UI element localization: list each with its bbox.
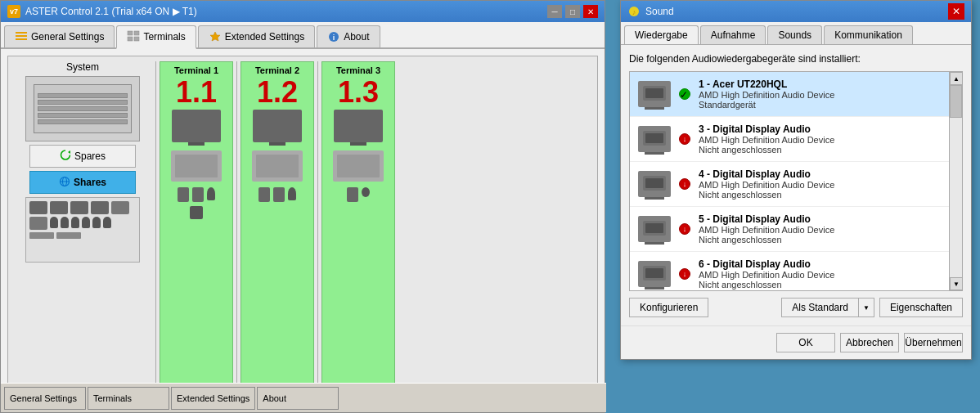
server-drive-5 bbox=[38, 119, 128, 124]
sound-window: ♪ Sound ✕ Wiedergabe Aufnahme Sounds Kom… bbox=[620, 0, 972, 360]
terminal-2-title: Terminal 2 bbox=[255, 65, 299, 75]
terminal-1-number: 1.1 bbox=[176, 78, 217, 107]
status-dot-4: ↓ bbox=[679, 223, 690, 235]
abbrechen-button[interactable]: Abbrechen bbox=[840, 333, 899, 352]
device-info-1: 1 - Acer UT220HQL AMD High Definition Au… bbox=[699, 79, 954, 110]
audio-device-2[interactable]: ↓ 3 - Digital Display Audio AMD High Def… bbox=[630, 117, 962, 162]
tab-sounds[interactable]: Sounds bbox=[767, 25, 822, 44]
system-image bbox=[25, 76, 140, 141]
scrollbar[interactable]: ▲ ▼ bbox=[949, 72, 962, 290]
system-devices bbox=[25, 197, 140, 263]
terminal-1-devices bbox=[178, 187, 215, 202]
device-icon-8 bbox=[61, 217, 69, 228]
audio-device-list[interactable]: ✓ 1 - Acer UT220HQL AMD High Definition … bbox=[629, 71, 963, 291]
als-standard-dropdown[interactable]: ▼ bbox=[858, 298, 874, 317]
tab-wiedergabe[interactable]: Wiedergabe bbox=[624, 25, 699, 44]
tab-extended-settings[interactable]: Extended Settings bbox=[198, 25, 315, 47]
taskbar-label-4: About bbox=[263, 393, 286, 403]
info-icon: i bbox=[327, 30, 340, 43]
sound-window-controls: ✕ bbox=[948, 3, 964, 20]
tab-general-settings-label: General Settings bbox=[31, 31, 104, 43]
audio-device-1[interactable]: ✓ 1 - Acer UT220HQL AMD High Definition … bbox=[630, 72, 962, 117]
tab-terminals[interactable]: Terminals bbox=[116, 25, 196, 49]
device-icon-1 bbox=[29, 201, 47, 214]
device-icon-3 bbox=[70, 201, 88, 214]
server-drive-1 bbox=[38, 93, 128, 98]
ok-button[interactable]: OK bbox=[776, 333, 835, 352]
terminal-3-title: Terminal 3 bbox=[336, 65, 380, 75]
configure-button[interactable]: Konfigurieren bbox=[629, 298, 708, 317]
aster-window-controls: ─ □ ✕ bbox=[547, 5, 598, 18]
device-name-4: 5 - Digital Display Audio bbox=[699, 213, 954, 225]
device-icon-5 bbox=[111, 201, 129, 214]
terminal-3-number: 1.3 bbox=[338, 78, 379, 107]
terminal-1-title: Terminal 1 bbox=[174, 65, 218, 75]
terminal-panel-1: Terminal 1 1.1 bbox=[160, 61, 233, 400]
svg-rect-6 bbox=[134, 37, 139, 41]
device-info-3: 4 - Digital Display Audio AMD High Defin… bbox=[699, 168, 954, 200]
server-drive-4 bbox=[38, 113, 128, 118]
tab-general-settings[interactable]: General Settings bbox=[4, 25, 115, 47]
eigenschaften-button[interactable]: Eigenschaften bbox=[879, 298, 963, 317]
sound-footer: OK Abbrechen Übernehmen bbox=[621, 325, 971, 359]
scroll-up-button[interactable]: ▲ bbox=[950, 72, 963, 85]
scroll-thumb[interactable] bbox=[950, 85, 962, 118]
shares-button[interactable]: Shares bbox=[29, 171, 136, 194]
server-body bbox=[34, 84, 132, 133]
audio-device-3[interactable]: ↓ 4 - Digital Display Audio AMD High Def… bbox=[630, 162, 962, 207]
device-desc-2: AMD High Definition Audio Device bbox=[699, 135, 954, 145]
device-icon-6 bbox=[29, 217, 47, 230]
ubernehmen-button[interactable]: Übernehmen bbox=[904, 333, 963, 352]
device-info-4: 5 - Digital Display Audio AMD High Defin… bbox=[699, 213, 954, 245]
tab-about[interactable]: i About bbox=[317, 25, 380, 47]
taskbar-item-4[interactable]: About bbox=[257, 387, 339, 410]
taskbar-item-2[interactable]: Terminals bbox=[88, 387, 169, 410]
tab-kommunikation[interactable]: Kommunikation bbox=[824, 25, 913, 44]
server-drive-2 bbox=[38, 100, 128, 105]
audio-device-4[interactable]: ↓ 5 - Digital Display Audio AMD High Def… bbox=[630, 207, 962, 252]
sound-close-button[interactable]: ✕ bbox=[948, 3, 964, 20]
terminal-3-devices bbox=[347, 187, 370, 202]
aster-maximize-button[interactable]: □ bbox=[565, 5, 580, 18]
taskbar-label-3: Extended Settings bbox=[177, 393, 249, 403]
sound-content: Die folgenden Audiowiedergabegeräte sind… bbox=[621, 45, 971, 325]
system-title: System bbox=[66, 61, 99, 73]
tab-aufnahme[interactable]: Aufnahme bbox=[700, 25, 766, 44]
device-icon-11 bbox=[92, 217, 101, 228]
status-dot-2: ↓ bbox=[679, 133, 690, 145]
tab-kommunikation-label: Kommunikation bbox=[834, 29, 902, 41]
terminal-1-speaker-right bbox=[192, 187, 204, 202]
audio-device-5[interactable]: ↓ 6 - Digital Display Audio AMD High Def… bbox=[630, 252, 962, 291]
aster-titlebar: v7 ASTER Control 2.1 (Trial x64 ON ▶ T1)… bbox=[1, 1, 605, 22]
device-desc-3: AMD High Definition Audio Device bbox=[699, 180, 954, 190]
svg-rect-2 bbox=[16, 38, 27, 40]
terminals-icon bbox=[127, 30, 140, 43]
device-img-4 bbox=[638, 216, 671, 242]
terminal-1-monitor bbox=[172, 110, 221, 142]
device-img-5 bbox=[638, 261, 671, 287]
aster-taskbar: General Settings Terminals Extended Sett… bbox=[1, 383, 606, 412]
separator-3 bbox=[317, 61, 318, 400]
extended-icon bbox=[209, 30, 222, 43]
separator-2 bbox=[236, 61, 237, 400]
taskbar-item-1[interactable]: General Settings bbox=[4, 387, 86, 410]
spares-button[interactable]: Spares bbox=[29, 145, 136, 168]
scroll-down-button[interactable]: ▼ bbox=[950, 277, 963, 290]
svg-rect-18 bbox=[645, 133, 663, 143]
aster-minimize-button[interactable]: ─ bbox=[547, 5, 562, 18]
aster-close-button[interactable]: ✕ bbox=[583, 5, 598, 18]
als-standard-button[interactable]: Als Standard bbox=[781, 298, 858, 317]
status-dot-5: ↓ bbox=[679, 268, 690, 280]
terminal-1-keyboard-area bbox=[171, 150, 222, 182]
tab-aufnahme-label: Aufnahme bbox=[711, 29, 756, 41]
taskbar-item-3[interactable]: Extended Settings bbox=[171, 387, 255, 410]
terminal-3-speaker bbox=[347, 187, 358, 202]
settings-icon bbox=[15, 30, 28, 43]
device-img-1 bbox=[638, 81, 671, 107]
taskbar-label-1: General Settings bbox=[10, 393, 77, 403]
sound-tab-bar: Wiedergabe Aufnahme Sounds Kommunikation bbox=[621, 22, 971, 45]
taskbar-label-2: Terminals bbox=[93, 393, 132, 403]
aster-tab-bar: General Settings Terminals Extended Sett… bbox=[1, 22, 605, 49]
device-name-1: 1 - Acer UT220HQL bbox=[699, 79, 954, 90]
recycle-icon bbox=[60, 150, 71, 164]
